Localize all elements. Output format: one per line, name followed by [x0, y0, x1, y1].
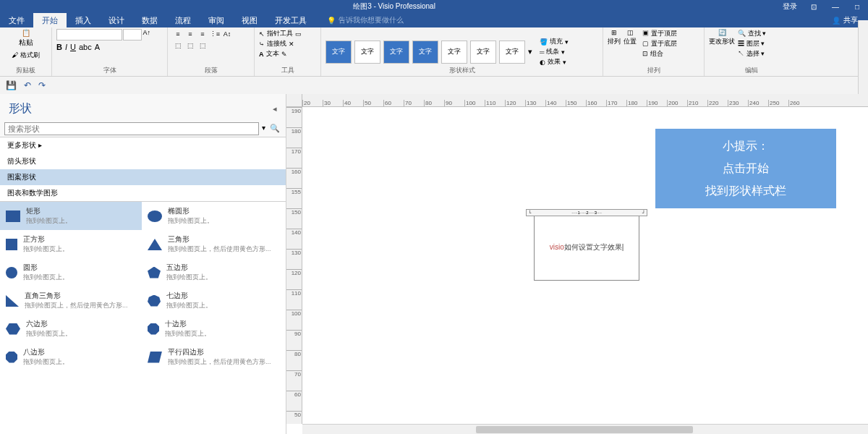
text-shape-content[interactable]: visio如何设置文字效果|	[535, 216, 639, 252]
help-icon[interactable]: ⊡	[809, 2, 819, 11]
valign-top-icon[interactable]: ⬚	[172, 41, 184, 51]
cat-more[interactable]: 更多形状 ▸	[0, 137, 286, 153]
menu-data[interactable]: 数据	[133, 13, 166, 27]
menu-developer[interactable]: 开发工具	[266, 13, 315, 27]
align-center-icon[interactable]: ≡	[184, 29, 196, 39]
bring-front[interactable]: ▣ 置于顶层	[642, 29, 677, 38]
undo-icon[interactable]: ↶	[24, 80, 31, 90]
redo-icon[interactable]: ↷	[38, 80, 46, 90]
scroll-thumb[interactable]	[476, 426, 693, 433]
maximize-icon[interactable]: □	[852, 2, 862, 11]
arrange-button[interactable]: ⊞ 排列	[608, 29, 621, 46]
style-7[interactable]: 文字	[499, 41, 525, 64]
connector-tool[interactable]: ⤷ 连接线 ✕	[259, 39, 302, 48]
cat-chart[interactable]: 图表和数学图形	[0, 185, 286, 201]
find-button[interactable]: 🔍 查找 ▾	[738, 29, 766, 38]
text-tool[interactable]: A 文本 ✎	[259, 49, 302, 59]
octagon-icon	[6, 352, 17, 363]
shape-pentagon[interactable]: 五边形拖到绘图页上。	[142, 258, 284, 286]
pentagon-icon	[148, 267, 161, 278]
menu-file[interactable]: 文件	[0, 13, 33, 27]
search-dropdown-icon[interactable]: ▾	[260, 122, 267, 135]
shape-parallelogram[interactable]: 平行四边形拖到绘图页上，然后使用黄色方形...	[142, 343, 284, 371]
text-direction-icon[interactable]: A↕	[221, 29, 233, 39]
shape-square[interactable]: 正方形拖到绘图页上。	[0, 230, 142, 258]
font-size-select[interactable]	[123, 29, 142, 41]
menu-home[interactable]: 开始	[33, 13, 67, 27]
change-shape-button[interactable]: 🔄 更改形状	[709, 29, 735, 59]
text-shape-editing[interactable]: ·····1·····2·····3···· visio如何设置文字效果|	[534, 216, 639, 281]
cat-pattern[interactable]: 图案形状	[0, 169, 286, 185]
ruler-corner	[286, 94, 302, 107]
layer-button[interactable]: ☰ 图层 ▾	[738, 39, 766, 48]
tell-me-search[interactable]: 💡 告诉我你想要做什么	[327, 15, 404, 25]
valign-bot-icon[interactable]: ⬚	[197, 41, 208, 51]
rect-tool-icon[interactable]: ▭	[295, 30, 302, 38]
shape-octagon[interactable]: 八边形拖到绘图页上。	[0, 343, 142, 371]
paste-label: 粘贴	[19, 38, 33, 48]
shape-heptagon[interactable]: 七边形拖到绘图页上。	[142, 286, 284, 315]
shape-rtriangle[interactable]: 直角三角形拖到绘图页上，然后使用黄色方形...	[0, 286, 142, 315]
align-right-icon[interactable]: ≡	[197, 29, 208, 39]
menu-view[interactable]: 视图	[233, 13, 266, 27]
paste-button[interactable]: 📋 粘贴	[14, 29, 38, 48]
fill-button[interactable]: 🪣填充 ▾	[540, 37, 569, 46]
position-button[interactable]: ◫ 位置	[624, 29, 637, 46]
bullet-list-icon[interactable]: ⋮≡	[209, 29, 221, 39]
drawing-canvas[interactable]: 小提示： 点击开始 找到形状样式栏 ·····1·····2·····3····…	[302, 107, 868, 424]
gallery-more-icon[interactable]: ▾	[528, 47, 532, 56]
shape-circle[interactable]: 圆形拖到绘图页上。	[0, 258, 142, 286]
decagon-icon	[148, 323, 159, 335]
style-1[interactable]: 文字	[326, 41, 352, 64]
group-arrange: 排列	[603, 66, 704, 75]
style-5[interactable]: 文字	[441, 41, 467, 64]
underline-button[interactable]: U	[70, 43, 76, 51]
login-button[interactable]: 登录	[783, 1, 797, 12]
shapes-search-input[interactable]	[4, 122, 259, 135]
ruler-vertical[interactable]: 1901801701601551501401301201101009080706…	[286, 107, 302, 424]
save-icon[interactable]: 💾	[6, 80, 17, 90]
change-shape-icon: 🔄	[718, 29, 726, 36]
font-family-select[interactable]	[56, 29, 122, 41]
format-painter[interactable]: 🖌 格式刷	[12, 51, 40, 60]
style-2[interactable]: 文字	[354, 41, 380, 64]
select-button[interactable]: ↖ 选择 ▾	[738, 49, 766, 59]
menu-review[interactable]: 审阅	[200, 13, 233, 27]
bold-button[interactable]: B	[56, 43, 62, 51]
valign-mid-icon[interactable]: ⬚	[184, 41, 196, 51]
send-back[interactable]: ▢ 置于底层	[642, 39, 677, 48]
scrollbar-horizontal[interactable]	[302, 424, 868, 434]
pencil-icon[interactable]: ✎	[281, 51, 287, 58]
shape-rect[interactable]: 矩形拖到绘图页上。	[0, 202, 142, 230]
font-color-button[interactable]: A	[95, 43, 100, 51]
shape-hexagon[interactable]: 六边形拖到绘图页上。	[0, 315, 142, 343]
group-clipboard: 剪贴板	[0, 66, 51, 75]
menu-process[interactable]: 流程	[166, 13, 200, 27]
search-go-icon[interactable]: 🔍	[268, 122, 281, 135]
style-4[interactable]: 文字	[412, 41, 438, 64]
hexagon-icon	[6, 323, 20, 335]
style-6[interactable]: 文字	[470, 41, 496, 64]
menu-design[interactable]: 设计	[100, 13, 133, 27]
x-tool-icon[interactable]: ✕	[289, 41, 294, 48]
ruler-horizontal[interactable]: 2030405060708090100110120130140150160170…	[302, 94, 868, 107]
collapse-icon[interactable]: ◂	[273, 104, 277, 114]
align-left-icon[interactable]: ≡	[172, 29, 184, 39]
line-button[interactable]: ═线条 ▾	[540, 47, 569, 56]
group-button[interactable]: ⊡ 组合	[642, 49, 677, 59]
pointer-tool[interactable]: ↖ 指针工具 ▭	[259, 29, 302, 38]
cat-arrow[interactable]: 箭头形状	[0, 153, 286, 169]
menu-insert[interactable]: 插入	[67, 13, 100, 27]
square-icon	[6, 239, 17, 250]
shape-triangle[interactable]: 三角形拖到绘图页上，然后使用黄色方形...	[142, 230, 284, 258]
style-3[interactable]: 文字	[383, 41, 409, 64]
minimize-icon[interactable]: —	[830, 2, 841, 11]
italic-button[interactable]: I	[65, 43, 67, 51]
ribbon: 📋 粘贴 🖌 格式刷 剪贴板 A↑ B I U	[0, 27, 868, 77]
shape-decagon[interactable]: 十边形拖到绘图页上。	[142, 315, 284, 343]
share-icon: 👤	[832, 17, 841, 25]
shape-ellipse[interactable]: 椭圆形拖到绘图页上。	[142, 202, 284, 230]
strike-button[interactable]: abc	[79, 43, 92, 51]
font-grow-icon[interactable]: A↑	[142, 29, 150, 41]
text-ruler[interactable]: ·····1·····2·····3····	[526, 209, 647, 216]
